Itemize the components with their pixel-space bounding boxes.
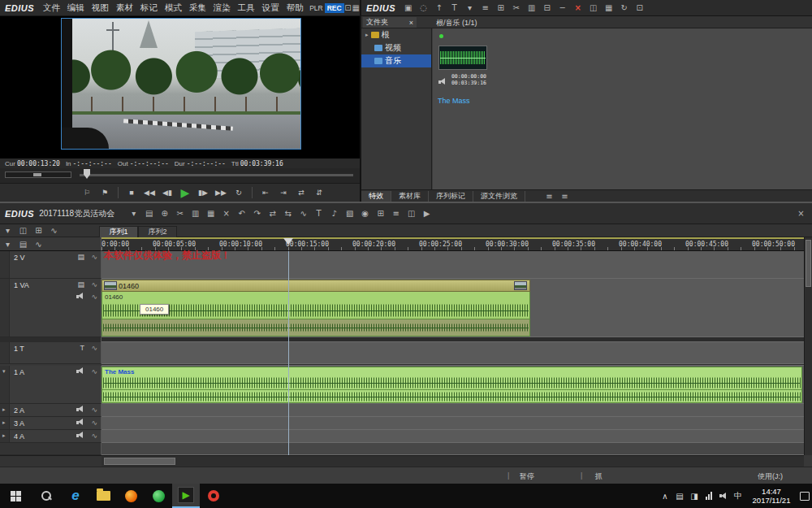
toolbar-list-icon[interactable]: ≡ bbox=[388, 207, 404, 220]
menu-settings[interactable]: 设置 bbox=[258, 2, 283, 14]
taskbar-app-firefox[interactable] bbox=[117, 484, 145, 508]
pan-curve-icon[interactable]: ∿ bbox=[91, 432, 97, 440]
pan-curve-icon[interactable]: ∿ bbox=[91, 280, 97, 289]
menu-edit[interactable]: 编辑 bbox=[63, 2, 88, 14]
bin-up-folder-icon[interactable]: ↑ bbox=[431, 2, 447, 15]
tray-volume-icon[interactable] bbox=[716, 484, 731, 508]
bin-refresh-icon[interactable]: ↻ bbox=[616, 2, 632, 15]
position-slider-thumb[interactable] bbox=[84, 169, 90, 179]
toolbar-multicam-icon[interactable]: ◫ bbox=[404, 207, 419, 220]
tab-effects[interactable]: 特效 bbox=[361, 191, 391, 202]
title-track-icon[interactable]: T bbox=[80, 344, 85, 352]
split-view-button[interactable]: ⇵ bbox=[310, 185, 328, 200]
menu-clip[interactable]: 素材 bbox=[112, 2, 136, 14]
bin-new-folder-icon[interactable]: ▣ bbox=[400, 2, 416, 15]
pan-curve-icon[interactable]: ∿ bbox=[91, 253, 97, 261]
go-to-out-button[interactable]: ⇥ bbox=[274, 185, 292, 200]
pan-curve-icon[interactable]: ∿ bbox=[91, 367, 97, 376]
tab-sequence-markers[interactable]: 序列标记 bbox=[429, 191, 473, 202]
track-lane-2a[interactable] bbox=[102, 404, 804, 417]
tray-display-icon[interactable]: ◨ bbox=[687, 484, 702, 508]
tray-app-icon[interactable]: ▤ bbox=[672, 484, 687, 508]
toolbar-audio-icon[interactable]: ♪ bbox=[326, 207, 342, 220]
bin-remove-icon[interactable]: − bbox=[555, 2, 570, 15]
tray-network-icon[interactable] bbox=[702, 484, 716, 508]
menu-file[interactable]: 文件 bbox=[39, 2, 63, 14]
bin-dropdown-icon[interactable]: ▾ bbox=[462, 2, 477, 15]
track-header-3a[interactable]: ▸ 3 A ∿ bbox=[0, 417, 102, 430]
horizontal-scrollbar-thumb[interactable] bbox=[104, 458, 175, 465]
folder-panel-tab[interactable]: 文件夹 × bbox=[363, 17, 417, 28]
tray-ime-indicator[interactable]: 中 bbox=[731, 484, 745, 508]
bin-detail-view-icon[interactable]: ⊡ bbox=[632, 2, 647, 15]
timeline-clip-audio[interactable]: The Mass bbox=[102, 367, 802, 403]
set-in-point-button[interactable]: ⚐ bbox=[78, 185, 96, 200]
track-header-1t[interactable]: 1 T T ∿ bbox=[0, 342, 102, 364]
toolbar-play-icon[interactable]: ▶ bbox=[419, 207, 434, 220]
expand-icon[interactable]: ▸ bbox=[2, 406, 6, 413]
insert-overwrite-icon[interactable]: ◫ bbox=[15, 224, 31, 237]
tab-sequence-1[interactable]: 序列1 bbox=[99, 226, 138, 237]
tab-sequence-2[interactable]: 序列2 bbox=[138, 226, 177, 237]
expand-icon[interactable]: ▸ bbox=[2, 419, 6, 426]
menu-tools[interactable]: 工具 bbox=[234, 2, 258, 14]
tab-library[interactable]: 素材库 bbox=[391, 191, 429, 202]
toolbar-dropdown-icon[interactable]: ▾ bbox=[126, 207, 141, 220]
track-header-4a[interactable]: ▸ 4 A ∿ bbox=[0, 430, 102, 443]
menu-marker[interactable]: 标记 bbox=[136, 2, 161, 14]
bin-add-clip-icon[interactable]: ⊞ bbox=[493, 2, 508, 15]
shuttle-thumb[interactable] bbox=[33, 173, 41, 176]
tabs-layout-icon[interactable]: ≡ bbox=[557, 189, 572, 202]
fast-forward-button[interactable]: ▶▶ bbox=[212, 185, 230, 200]
taskbar-app-edius[interactable]: ▶ bbox=[172, 484, 200, 508]
menu-view[interactable]: 视图 bbox=[88, 2, 112, 14]
taskbar-app-opera[interactable] bbox=[200, 484, 227, 508]
position-slider-track[interactable] bbox=[80, 174, 353, 176]
tab-source-browser[interactable]: 源文件浏览 bbox=[473, 191, 525, 202]
bin-list-view-icon[interactable]: ≡ bbox=[477, 2, 493, 15]
export-button[interactable]: ⇄ bbox=[292, 185, 310, 200]
collapse-icon[interactable]: ▾ bbox=[2, 368, 6, 375]
speaker-icon[interactable] bbox=[76, 419, 84, 426]
toolbar-record-icon[interactable]: ◉ bbox=[357, 207, 373, 220]
preview-layout-icon[interactable]: ⊡ bbox=[344, 2, 352, 15]
track-options-icon[interactable]: ▾ bbox=[0, 237, 15, 250]
timeline-close-icon[interactable]: × bbox=[793, 207, 809, 220]
track-video-icon[interactable]: ▤ bbox=[15, 237, 31, 250]
start-button[interactable] bbox=[0, 484, 31, 508]
shuttle-bar[interactable] bbox=[5, 172, 71, 178]
bin-search-icon[interactable]: ◌ bbox=[416, 2, 431, 15]
video-track-icon[interactable]: ▤ bbox=[77, 280, 84, 289]
go-to-in-button[interactable]: ⇤ bbox=[257, 185, 274, 200]
horizontal-scrollbar[interactable] bbox=[102, 455, 804, 467]
menu-help[interactable]: 帮助 bbox=[283, 2, 307, 14]
toolbar-redo-icon[interactable]: ↷ bbox=[249, 207, 265, 220]
track-header-1a[interactable]: ▾ 1 A ∿ bbox=[0, 366, 102, 404]
menu-render[interactable]: 渲染 bbox=[209, 2, 234, 14]
bin-cut-icon[interactable]: ✂ bbox=[508, 2, 524, 15]
pan-curve-icon[interactable]: ∿ bbox=[91, 406, 97, 414]
bin-paste-icon[interactable]: ⊟ bbox=[539, 2, 555, 15]
track-header-1va[interactable]: 1 VA ▤ ∿ ∿ bbox=[0, 279, 102, 337]
toolbar-pattern-icon[interactable]: ▧ bbox=[342, 207, 357, 220]
track-pan-icon[interactable]: ∿ bbox=[31, 237, 46, 250]
ripple-mode-icon[interactable]: ▾ bbox=[0, 224, 15, 237]
playhead-marker[interactable] bbox=[283, 238, 293, 245]
toolbar-copy-icon[interactable]: ▥ bbox=[188, 207, 203, 220]
tray-chevron-up-icon[interactable]: ∧ bbox=[658, 484, 672, 508]
vertical-scrollbar-thumb[interactable] bbox=[806, 240, 811, 287]
track-lane-1t[interactable] bbox=[102, 342, 804, 364]
loop-playback-button[interactable]: ↻ bbox=[230, 185, 248, 200]
taskbar-app-browser[interactable] bbox=[145, 484, 172, 508]
bin-thumbnail-view-icon[interactable]: ▦ bbox=[601, 2, 616, 15]
folder-panel-close-icon[interactable]: × bbox=[409, 19, 413, 27]
bin-delete-icon[interactable]: × bbox=[570, 2, 585, 15]
next-frame-button[interactable]: ▮▶ bbox=[194, 185, 212, 200]
taskbar-search-button[interactable] bbox=[31, 484, 62, 508]
tree-item-video[interactable]: 视频 bbox=[361, 41, 431, 54]
bin-add-title-icon[interactable]: T bbox=[447, 2, 462, 15]
tree-item-root[interactable]: ▸ 根 bbox=[361, 28, 431, 41]
play-button[interactable]: ▶ bbox=[176, 185, 194, 200]
toolbar-undo-icon[interactable]: ↶ bbox=[234, 207, 249, 220]
track-lane-3a[interactable] bbox=[102, 417, 804, 430]
